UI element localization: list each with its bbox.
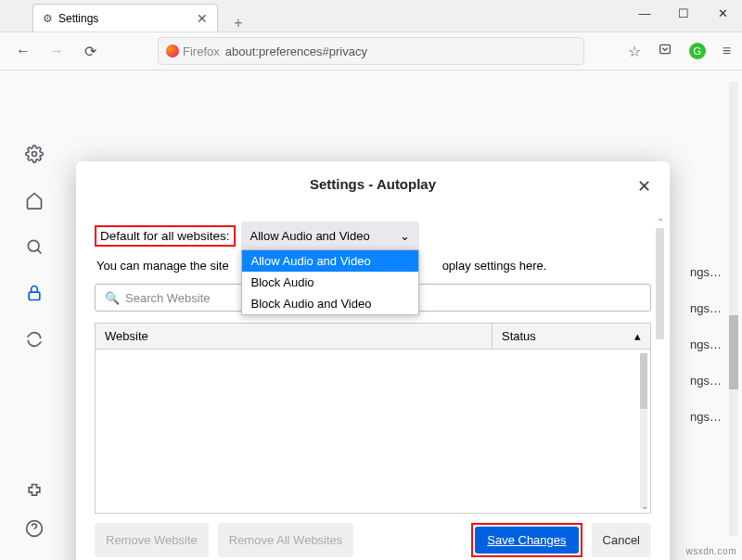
dropdown-option-allow-av[interactable]: Allow Audio and Video [242,250,418,272]
svg-rect-0 [659,45,670,53]
watermark: wsxdn.com [685,546,736,556]
toolbar: ← → ⟳ Firefox about:preferences#privacy … [0,32,742,70]
dialog-scrollbar[interactable]: ⌃ [656,217,664,560]
settings-sidebar [0,70,69,560]
column-status[interactable]: Status ▴ [493,324,650,349]
dropdown-option-block-audio[interactable]: Block Audio [242,272,418,293]
scroll-down-icon[interactable]: ⌄ [641,501,648,511]
privacy-lock-icon[interactable] [25,284,44,306]
bookmark-star-icon[interactable]: ☆ [628,43,641,60]
tab-title: Settings [58,12,98,25]
page-content: ngs… ngs… ngs… ngs… ngs… Settings - Auto… [0,70,742,560]
save-highlight: Save Changes [471,523,582,557]
firefox-icon [166,45,179,57]
cancel-button[interactable]: Cancel [592,523,651,557]
svg-rect-3 [29,292,40,299]
reload-button[interactable]: ⟳ [78,39,102,63]
extensions-icon[interactable] [25,482,44,504]
menu-icon[interactable]: ≡ [723,43,731,59]
website-table: Website Status ▴ ⌄ [95,323,651,514]
new-tab-button[interactable]: + [227,15,249,32]
search-icon: 🔍 [105,291,120,305]
browser-tab[interactable]: ⚙ Settings ✕ [32,4,218,32]
svg-point-2 [28,240,39,251]
close-tab-icon[interactable]: ✕ [197,11,208,26]
dropdown-option-block-av[interactable]: Block Audio and Video [242,293,418,314]
gear-icon: ⚙ [43,12,53,25]
back-button[interactable]: ← [11,39,35,63]
table-body: ⌄ [96,350,650,513]
svg-point-1 [32,152,37,157]
forward-button[interactable]: → [45,39,69,63]
background-settings-rows: ngs… ngs… ngs… ngs… ngs… [690,265,722,424]
save-changes-button[interactable]: Save Changes [475,527,578,554]
autoplay-settings-dialog: Settings - Autoplay ✕ ⌃ Default for all … [76,161,670,560]
firefox-brand: Firefox [166,45,220,58]
remove-website-button: Remove Website [95,523,209,557]
url-text: about:preferences#privacy [225,45,367,58]
help-icon[interactable] [25,519,44,541]
dialog-title: Settings - Autoplay [310,176,436,192]
table-scroll-thumb[interactable] [640,353,647,409]
dropdown-menu: Allow Audio and Video Block Audio Block … [241,249,419,315]
sort-arrow-icon: ▴ [634,329,641,343]
url-bar[interactable]: Firefox about:preferences#privacy [158,37,584,65]
column-website[interactable]: Website [96,324,493,349]
search-nav-icon[interactable] [25,237,44,260]
default-autoplay-dropdown[interactable]: Allow Audio and Video ⌄ Allow Audio and … [241,222,419,249]
dropdown-selected: Allow Audio and Video [250,229,370,243]
close-window-button[interactable]: ✕ [703,0,742,26]
pocket-icon[interactable] [658,42,672,60]
window-controls: — ☐ ✕ [625,0,742,26]
default-websites-label: Default for all websites: [95,225,236,247]
home-icon[interactable] [25,191,44,213]
minimize-button[interactable]: — [625,0,664,26]
maximize-button[interactable]: ☐ [664,0,703,26]
search-placeholder: Search Website [125,291,211,305]
page-scroll-thumb[interactable] [729,315,738,389]
chevron-down-icon: ⌄ [400,229,410,243]
general-gear-icon[interactable] [25,145,44,167]
page-scrollbar[interactable] [729,82,738,536]
dialog-close-button[interactable]: ✕ [637,176,651,197]
remove-all-websites-button: Remove All Websites [218,523,354,557]
sync-icon[interactable] [25,330,44,352]
extension-icon[interactable]: G [689,43,706,59]
